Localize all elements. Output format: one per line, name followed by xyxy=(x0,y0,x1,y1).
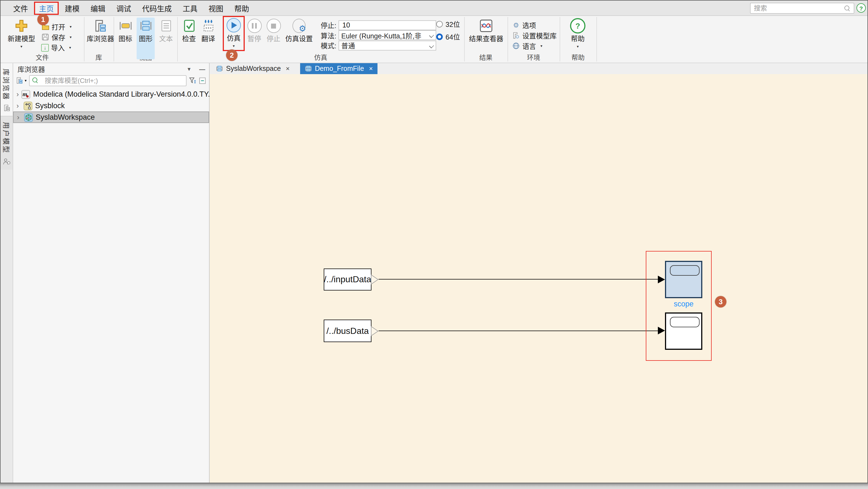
options-button[interactable]: ⚙ 选项 xyxy=(512,20,556,30)
tree-item-label: SyslabWorkspace xyxy=(36,113,95,121)
library-browser-button[interactable]: 库浏览器 xyxy=(86,18,115,59)
stop-button[interactable]: 停止 xyxy=(265,18,282,59)
tree-item-label: Sysblock xyxy=(35,102,65,110)
radio-32bit[interactable]: 32位 xyxy=(436,20,460,28)
scope-screen xyxy=(670,317,700,327)
library-filter-combo[interactable]: ▾ xyxy=(16,77,27,84)
help-button[interactable]: ? 帮助 ▾ xyxy=(563,18,592,59)
side-tab-user-model[interactable]: 用户模型 xyxy=(1,116,12,170)
filter-icon[interactable] xyxy=(189,77,196,84)
icon-view-button[interactable]: 图标 xyxy=(116,18,134,59)
document-tab-bar: SyslabWorkspace × Demo_FromFile × xyxy=(210,63,867,74)
import-button[interactable]: ↓ 导入 ▾ xyxy=(41,43,76,52)
expander-icon[interactable]: › xyxy=(17,114,22,121)
check-label: 检查 xyxy=(182,35,196,44)
diagram-view-button[interactable]: 图形 xyxy=(136,18,155,59)
language-button[interactable]: 语言 ▾ xyxy=(512,41,550,51)
library-search-box[interactable] xyxy=(29,75,187,86)
translate-icon xyxy=(202,18,214,34)
result-viewer-label: 结果查看器 xyxy=(469,35,503,44)
set-model-lib-button[interactable]: 设置模型库 xyxy=(512,31,558,40)
mode-select[interactable]: 普通 xyxy=(339,40,436,50)
doc-tab-demo-fromfile[interactable]: Demo_FromFile × xyxy=(300,63,378,74)
algorithm-select[interactable]: Euler (Runge-Kutta,1阶,非 xyxy=(339,30,436,40)
sim-settings-gear-icon: ⚙ xyxy=(292,18,306,34)
side-tab-library-browser[interactable]: 库浏览器 xyxy=(1,63,12,116)
chevron-down-icon: ▾ xyxy=(25,78,27,83)
options-label: 选项 xyxy=(522,20,536,30)
collapse-all-icon[interactable] xyxy=(198,77,206,84)
stop-time-input[interactable] xyxy=(341,21,433,29)
group-label-sim: 仿真 xyxy=(177,52,464,61)
user-icon xyxy=(3,157,10,165)
new-model-label: 新建模型 xyxy=(8,35,35,44)
side-tab-library-label: 库浏览器 xyxy=(1,69,12,100)
translate-label: 翻译 xyxy=(202,35,215,44)
close-icon[interactable]: × xyxy=(369,65,373,73)
result-viewer-button[interactable]: 结果查看器 xyxy=(467,18,505,59)
panel-dropdown-icon[interactable]: ▼ xyxy=(187,66,191,71)
expander-icon[interactable]: › xyxy=(17,91,19,98)
translate-button[interactable]: 翻译 xyxy=(200,18,217,59)
library-browser-label: 库浏览器 xyxy=(87,35,114,44)
scope-block-2[interactable] xyxy=(665,313,702,350)
group-separator xyxy=(596,17,597,61)
menu-modeling[interactable]: 建模 xyxy=(60,1,85,15)
menu-debug[interactable]: 调试 xyxy=(112,1,136,15)
menu-file[interactable]: 文件 xyxy=(8,1,33,15)
library-panel-header: 库浏览器 ▼ — xyxy=(13,63,209,74)
new-model-button[interactable]: 新建模型 ▾ xyxy=(5,18,38,59)
scope-screen xyxy=(670,265,700,276)
check-button[interactable]: 检查 xyxy=(181,18,197,59)
wire-busdata-to-scope[interactable] xyxy=(379,330,658,332)
text-view-button[interactable]: 文本 xyxy=(157,18,175,59)
block-inputdata[interactable]: /../inputData xyxy=(324,268,371,290)
tree-item-syslabworkspace[interactable]: › SyslabWorkspace xyxy=(13,112,209,123)
mode-label: 模式: xyxy=(317,40,336,51)
doc-tab-label: SyslabWorkspace xyxy=(226,65,281,73)
diagram-icon xyxy=(305,65,312,72)
tree-item-sysblock[interactable]: › Sysblock xyxy=(13,100,209,112)
pause-button[interactable]: 暂停 xyxy=(246,18,263,59)
library-panel-title: 库浏览器 xyxy=(18,64,45,74)
menu-codegen[interactable]: 代码生成 xyxy=(137,1,177,15)
chevron-down-icon xyxy=(429,43,434,48)
stop-icon xyxy=(267,18,281,34)
annotation-badge-1: 1 xyxy=(37,14,49,25)
save-button[interactable]: 保存 ▾ xyxy=(41,32,76,42)
block-busdata-label: /../busData xyxy=(327,326,369,336)
menu-edit[interactable]: 编辑 xyxy=(86,1,110,15)
menu-help[interactable]: 帮助 xyxy=(229,1,254,15)
tree-item-modelica[interactable]: › m Modelica (Modelica Standard Library-… xyxy=(13,88,209,100)
sim-settings-button[interactable]: ⚙ 仿真设置 xyxy=(284,18,314,59)
global-search-input[interactable] xyxy=(751,4,844,12)
algorithm-value: Euler (Runge-Kutta,1阶,非 xyxy=(341,30,422,40)
result-viewer-icon xyxy=(479,18,493,34)
radio-32bit-dot xyxy=(436,21,443,27)
menu-view[interactable]: 视图 xyxy=(204,1,228,15)
globe-icon xyxy=(512,42,520,50)
menu-tools[interactable]: 工具 xyxy=(178,1,203,15)
doc-tab-syslabworkspace[interactable]: SyslabWorkspace × xyxy=(211,63,294,74)
panel-minimize-icon[interactable]: — xyxy=(199,66,205,72)
scope-block-selected[interactable] xyxy=(665,261,702,298)
close-icon[interactable]: × xyxy=(286,65,290,73)
menu-home[interactable]: 主页 xyxy=(34,1,59,15)
library-browser-icon xyxy=(16,77,23,84)
expander-icon[interactable]: › xyxy=(17,102,21,109)
model-canvas[interactable]: /../inputData /../busData scope 3 xyxy=(210,74,867,483)
set-model-lib-label: 设置模型库 xyxy=(522,30,557,40)
stop-time-field[interactable] xyxy=(339,20,436,30)
save-floppy-icon xyxy=(41,33,50,41)
block-busdata[interactable]: /../busData xyxy=(324,320,371,342)
wire-inputdata-to-scope[interactable] xyxy=(379,279,658,280)
radio-64bit[interactable]: 64位 xyxy=(436,32,460,40)
side-tab-user-model-label: 用户模型 xyxy=(1,122,12,154)
global-search-box[interactable] xyxy=(750,3,854,14)
text-view-label: 文本 xyxy=(159,35,173,44)
corner-help-icon[interactable]: ? xyxy=(857,3,866,12)
modelica-icon: m xyxy=(22,90,30,98)
diagram-icon xyxy=(216,65,223,72)
library-search-input[interactable] xyxy=(43,76,183,85)
side-tab-strip: 库浏览器 用户模型 xyxy=(1,63,13,483)
